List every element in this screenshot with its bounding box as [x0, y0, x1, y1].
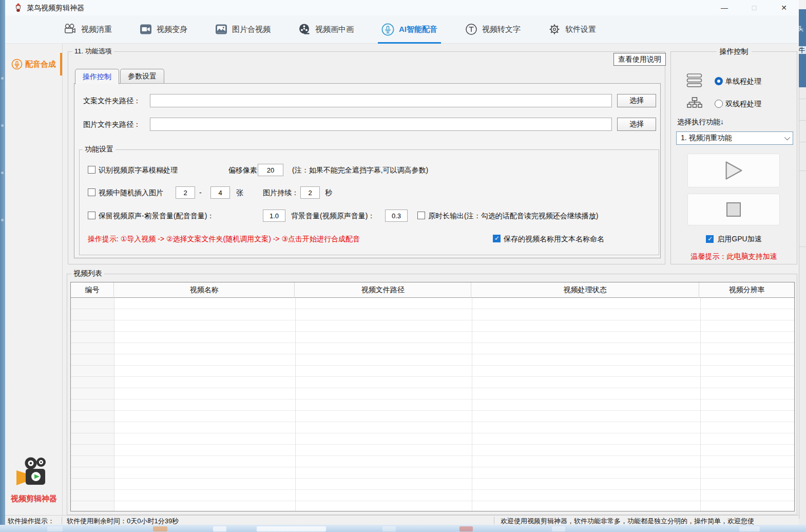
status-bar: 软件操作提示： 软件使用剩余时间：0天0小时1分39秒 欢迎使用视频剪辑神器，软…: [5, 515, 799, 525]
insert-max-input[interactable]: [210, 186, 230, 199]
keep-audio-label: 保留视频原声->: [99, 209, 148, 222]
original-duration-checkbox[interactable]: [417, 212, 425, 219]
insert-images-row: 视频中随机插入图片 - 张 图片持续： 秒: [80, 186, 659, 199]
top-nav: 视频消重 视频变身: [5, 15, 799, 44]
save-name-label: 保存的视频名称用文本名称命名: [504, 232, 604, 245]
column-header-path[interactable]: 视频文件路径: [295, 282, 471, 298]
single-thread-radio[interactable]: [715, 77, 723, 85]
gpu-row: 启用GPU加速: [671, 235, 797, 244]
desktop-edge-left: [0, 0, 5, 532]
background-window-fragment: 头 牛: [799, 9, 806, 87]
text-folder-browse-button[interactable]: 选择: [617, 94, 656, 107]
insert-images-checkbox[interactable]: [88, 188, 95, 196]
chevron-down-icon: [784, 135, 790, 140]
fg-volume-input[interactable]: [263, 210, 285, 222]
screen: 菜鸟视频剪辑神器 — □ ✕ 视频消重: [0, 0, 806, 532]
stop-button[interactable]: [687, 194, 780, 225]
nav-label: AI智能配音: [399, 25, 437, 34]
bg-volume-label: 背景音量(视频原声音量)：: [291, 209, 375, 222]
window-title: 菜鸟视频剪辑神器: [27, 4, 84, 13]
nav-label: 视频消重: [81, 25, 112, 34]
status-welcome-text: 欢迎使用视频剪辑神器，软件功能非常多，功能都是独立分明的，操作简单，欢迎您使: [501, 517, 754, 525]
camcorder-icon: [140, 23, 152, 35]
nav-item-settings[interactable]: 软件设置: [548, 15, 596, 44]
nav-label: 软件设置: [565, 25, 596, 34]
subtitle-blur-label: 识别视频原字幕模糊处理: [99, 163, 178, 177]
image-folder-path-input[interactable]: [150, 118, 612, 131]
minimize-button[interactable]: —: [709, 0, 739, 15]
row-header-column: [71, 298, 114, 511]
close-button[interactable]: ✕: [769, 0, 799, 15]
title-bar: 菜鸟视频剪辑神器 — □ ✕: [5, 0, 799, 15]
duration-unit-label: 秒: [325, 186, 332, 199]
tab-operation-control[interactable]: 操作控制: [75, 69, 119, 84]
sidebar-item-label: 配音合成: [25, 60, 56, 69]
sidebar: 配音合成 视频剪: [5, 44, 63, 515]
nav-item-video-pip[interactable]: 视频画中画: [298, 15, 354, 44]
single-thread-label: 单线程处理: [725, 72, 761, 90]
operation-control-group: 操作控制 单线程处理: [670, 51, 797, 264]
gpu-checkbox[interactable]: [706, 235, 714, 243]
image-duration-label: 图片持续：: [263, 186, 299, 199]
window-controls: — □ ✕: [709, 0, 799, 15]
keep-audio-row: 保留视频原声-> 前景音量(配音音量)： 背景音量(视频原声音量)： 原时长输出…: [80, 209, 659, 222]
nav-label: 图片合视频: [232, 25, 271, 34]
keep-audio-checkbox[interactable]: [88, 212, 95, 219]
hint-row: 操作提示: ①导入视频 -> ②选择文案文件夹(随机调用文案) -> ③点击开始…: [80, 232, 659, 245]
app-logo-icon: [13, 3, 23, 14]
offset-pixels-input[interactable]: [258, 164, 283, 176]
sidebar-logo-label: 视频剪辑神器: [5, 494, 63, 504]
view-instructions-button[interactable]: 查看使用说明: [613, 53, 666, 66]
picture-icon: [215, 23, 227, 35]
gear-icon: [548, 23, 561, 35]
single-thread-row: 单线程处理: [671, 72, 797, 90]
gpu-hint-text: 温馨提示：此电脑支持加速: [671, 252, 797, 261]
microphone-icon: [381, 23, 394, 36]
nav-item-video-dedup[interactable]: 视频消重: [63, 15, 112, 44]
dual-thread-icon: [687, 96, 702, 112]
sidebar-item-voice-synthesis[interactable]: 配音合成: [5, 53, 62, 75]
stop-icon: [725, 201, 742, 218]
tab-parameter-settings[interactable]: 参数设置: [120, 69, 164, 84]
start-button[interactable]: [687, 154, 780, 187]
bg-volume-input[interactable]: [385, 210, 408, 222]
desktop-edge-right: 头 牛: [799, 0, 806, 532]
fg-volume-label: 前景音量(配音音量)：: [145, 209, 214, 222]
function-tabs: 操作控制 参数设置: [75, 69, 165, 84]
video-list-title: 视频列表: [71, 269, 104, 277]
gpu-label: 启用GPU加速: [717, 235, 761, 244]
column-header-resolution[interactable]: 视频分辨率: [699, 282, 794, 298]
save-name-checkbox[interactable]: [493, 235, 501, 242]
movie-camera-icon: [63, 23, 76, 35]
video-table-header: 编号 视频名称 视频文件路径 视频处理状态 视频分辨率: [71, 282, 794, 298]
video-table-body: [71, 298, 794, 511]
range-dash: -: [199, 186, 202, 199]
text-folder-path-input[interactable]: [150, 94, 612, 107]
app-window: 菜鸟视频剪辑神器 — □ ✕ 视频消重: [5, 0, 799, 525]
subtitle-blur-checkbox[interactable]: [88, 166, 95, 174]
column-header-status[interactable]: 视频处理状态: [471, 282, 699, 298]
column-header-name[interactable]: 视频名称: [114, 282, 295, 298]
operation-hint-text: 操作提示: ①导入视频 -> ②选择文案文件夹(随机调用文案) -> ③点击开始…: [88, 232, 360, 245]
nav-item-image-to-video[interactable]: 图片合视频: [215, 15, 271, 44]
control-group-title: 操作控制: [671, 47, 797, 56]
image-duration-input[interactable]: [300, 186, 320, 199]
column-header-index[interactable]: 编号: [71, 282, 114, 298]
nav-label: 视频画中画: [315, 25, 354, 34]
status-tip-label: 软件操作提示：: [8, 517, 54, 525]
dual-thread-row: 双线程处理: [671, 95, 797, 112]
dual-thread-radio[interactable]: [715, 100, 723, 108]
function-select[interactable]: 1. 视频消重功能: [676, 131, 793, 145]
maximize-button[interactable]: □: [739, 0, 769, 15]
image-folder-browse-button[interactable]: 选择: [617, 118, 656, 131]
nav-label: 视频变身: [157, 25, 187, 34]
status-time-text: 软件使用剩余时间：0天0小时1分39秒: [67, 517, 179, 525]
function-select-value: 1. 视频消重功能: [681, 134, 732, 143]
text-folder-path-label: 文案文件夹路径：: [83, 94, 141, 107]
insert-min-input[interactable]: [176, 186, 195, 199]
image-folder-path-label: 图片文件夹路径：: [83, 118, 141, 131]
insert-unit-label: 张: [236, 186, 243, 199]
nav-item-video-transform[interactable]: 视频变身: [140, 15, 187, 44]
nav-item-video-to-text[interactable]: 视频转文字: [465, 15, 521, 44]
nav-item-ai-voice[interactable]: AI智能配音: [381, 15, 437, 44]
